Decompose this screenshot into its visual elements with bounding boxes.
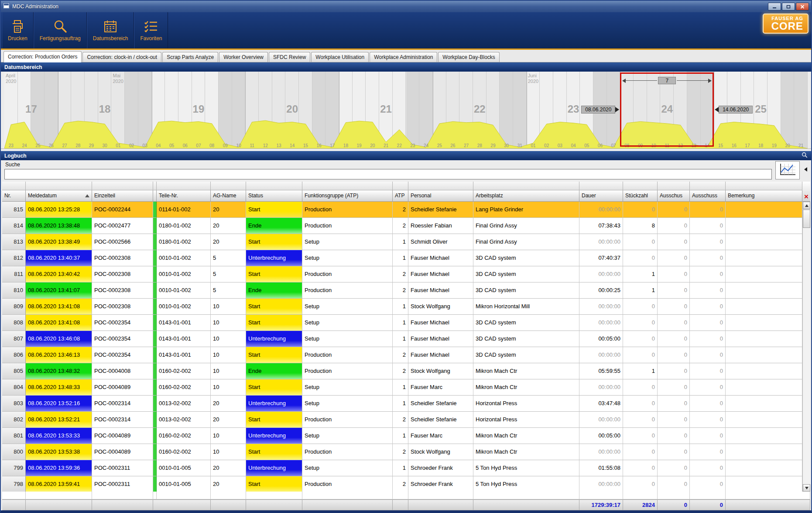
tab-correction-production-orders[interactable]: Correction: Production Orders bbox=[3, 51, 82, 62]
minimize-button[interactable] bbox=[768, 3, 781, 10]
cell-teile-nr: 0160-02-002 bbox=[157, 428, 211, 444]
table-row[interactable]: 81508.06.2020 13:25:28POC-00022440114-01… bbox=[2, 202, 802, 218]
cell-nr: 806 bbox=[2, 347, 26, 363]
cell-funktionsgruppe: Production bbox=[302, 347, 393, 363]
cell-atp: 1 bbox=[393, 379, 408, 396]
table-row[interactable]: 81208.06.2020 13:40:37POC-00023080010-01… bbox=[2, 250, 802, 266]
empty-cell bbox=[579, 492, 623, 499]
day-number: 06 bbox=[178, 143, 192, 148]
tab-sfdc-review[interactable]: SFDC Review bbox=[269, 52, 310, 62]
cell-stueckzahl: 0 bbox=[623, 331, 658, 347]
day-number: 03 bbox=[138, 143, 152, 148]
table-row[interactable]: 79908.06.2020 13:59:36POC-00023110010-01… bbox=[2, 460, 802, 476]
table-row[interactable]: 80408.06.2020 13:48:33POC-00040890160-02… bbox=[2, 379, 802, 396]
cell-dauer: 00:00:00 bbox=[579, 347, 623, 363]
cell-nr: 812 bbox=[2, 250, 26, 266]
cell-stueckzahl: 0 bbox=[623, 460, 658, 476]
date-range-timeline[interactable]: 171819202122232425April2020Mai2020Juni20… bbox=[1, 72, 811, 149]
tab-workplace-administration[interactable]: Workplace Administration bbox=[370, 52, 437, 62]
table-row[interactable]: 81008.06.2020 13:41:07POC-00023080010-01… bbox=[2, 282, 802, 299]
cell-ausschus: 0 bbox=[658, 234, 690, 250]
group-header-cell bbox=[623, 182, 658, 190]
cell-atp: 1 bbox=[393, 234, 408, 250]
close-button[interactable] bbox=[796, 3, 809, 10]
drucken-button[interactable]: Drucken bbox=[2, 12, 34, 48]
column-header-teile-nr[interactable]: Teile-Nr. bbox=[157, 190, 211, 202]
cell-einzelteil: POC-0002314 bbox=[92, 396, 153, 412]
tab-workplace-day-blocks[interactable]: Workplace Day-Blocks bbox=[438, 52, 499, 62]
cell-ausschus: 0 bbox=[658, 250, 690, 266]
table-row[interactable]: 79808.06.2020 13:59:41POC-00023110010-01… bbox=[2, 476, 802, 492]
column-header-ausschuss[interactable]: Ausschuss bbox=[690, 190, 726, 202]
selection-end-label[interactable]: 14.06.2020 bbox=[715, 106, 753, 114]
table-row[interactable]: 80808.06.2020 13:41:08POC-00023540143-01… bbox=[2, 315, 802, 331]
cell-meldedatum: 08.06.2020 13:53:38 bbox=[26, 444, 92, 460]
column-header-funktionsgruppe-atp[interactable]: Funktionsgruppe (ATP) bbox=[302, 190, 393, 202]
table-row[interactable]: 81108.06.2020 13:40:42POC-00023080010-01… bbox=[2, 266, 802, 282]
cell-funktionsgruppe: Setup bbox=[302, 460, 393, 476]
cell-nr: 803 bbox=[2, 396, 26, 412]
footer-cell bbox=[302, 499, 393, 510]
column-header-st-ckzahl[interactable]: Stückzahl bbox=[623, 190, 658, 202]
table-row[interactable]: 80608.06.2020 13:46:13POC-00023540143-01… bbox=[2, 347, 802, 363]
table-row[interactable]: 81308.06.2020 13:38:49POC-00025660180-01… bbox=[2, 234, 802, 250]
selection-start-label[interactable]: 08.06.2020 bbox=[581, 106, 619, 114]
cell-funktionsgruppe: Production bbox=[302, 444, 393, 460]
chart-view-button[interactable] bbox=[775, 161, 800, 179]
maximize-button[interactable] bbox=[782, 3, 795, 10]
column-header-bemerkung[interactable]: Bemerkung bbox=[726, 190, 802, 202]
cell-status: Start bbox=[246, 412, 302, 428]
collapse-panel-icon[interactable] bbox=[803, 166, 808, 179]
column-header-atp[interactable]: ATP bbox=[393, 190, 408, 202]
cell-ausschus: 0 bbox=[658, 299, 690, 315]
scrollbar-thumb[interactable] bbox=[803, 210, 810, 228]
table-row[interactable]: 80108.06.2020 13:53:33POC-00040890160-02… bbox=[2, 428, 802, 444]
magnifier-icon[interactable] bbox=[802, 152, 808, 159]
column-header-ag-name[interactable]: AG-Name bbox=[211, 190, 246, 202]
favoriten-button[interactable]: Favoriten bbox=[134, 12, 168, 48]
search-input[interactable] bbox=[4, 169, 772, 179]
column-header-einzelteil[interactable]: Einzelteil bbox=[92, 190, 153, 202]
column-header-personal[interactable]: Personal bbox=[408, 190, 473, 202]
day-number: 24 bbox=[419, 143, 433, 148]
column-header-arbeitsplatz[interactable]: Arbeitsplatz bbox=[473, 190, 579, 202]
table-row[interactable]: 80508.06.2020 13:48:32POC-00040080160-02… bbox=[2, 363, 802, 379]
scroll-up-button[interactable] bbox=[803, 202, 810, 209]
cell-nr: 798 bbox=[2, 476, 26, 492]
table-row[interactable]: 80208.06.2020 13:52:21POC-00023140013-02… bbox=[2, 412, 802, 428]
minimize-icon bbox=[772, 3, 777, 10]
cell-bemerkung bbox=[726, 250, 802, 266]
table-row[interactable]: 80908.06.2020 13:41:08POC-00023080010-01… bbox=[2, 299, 802, 315]
table-row[interactable]: 80708.06.2020 13:46:08POC-00023540143-01… bbox=[2, 331, 802, 347]
cell-einzelteil: POC-0002477 bbox=[92, 218, 153, 234]
toolbar-button-label: Favoriten bbox=[140, 35, 162, 41]
datumsbereich-button[interactable]: Datumsbereich bbox=[87, 12, 134, 48]
day-number: 25 bbox=[433, 143, 446, 148]
group-header-cell bbox=[26, 182, 92, 190]
date-range-selection[interactable]: 7 bbox=[620, 72, 714, 147]
cell-bemerkung bbox=[726, 412, 802, 428]
tab-workplace-utilisation[interactable]: Workplace Utilisation bbox=[311, 52, 369, 62]
scrollbar-track[interactable] bbox=[803, 228, 810, 484]
scroll-down-button[interactable] bbox=[803, 484, 810, 492]
table-row[interactable]: 80308.06.2020 13:52:16POC-00023140013-02… bbox=[2, 396, 802, 412]
tab-correction-clock-in-clock-out[interactable]: Correction: clock-in / clock-out bbox=[82, 52, 161, 62]
group-header-cell bbox=[211, 182, 246, 190]
tab-worker-overview[interactable]: Worker Overview bbox=[219, 52, 268, 62]
table-row[interactable]: 80008.06.2020 13:53:38POC-00040890160-02… bbox=[2, 444, 802, 460]
cell-atp: 2 bbox=[393, 202, 408, 218]
footer-cell bbox=[157, 499, 211, 510]
day-number: 26 bbox=[45, 143, 58, 148]
column-header-status[interactable]: Status bbox=[246, 190, 302, 202]
tab-scrap-parts-analyze[interactable]: Scrap Parts Analyze bbox=[162, 52, 218, 62]
column-header-meldedatum[interactable]: Meldedatum bbox=[26, 190, 92, 202]
column-header-dauer[interactable]: Dauer bbox=[579, 190, 623, 202]
vertical-scrollbar[interactable] bbox=[802, 202, 810, 492]
clear-filter-icon[interactable]: ✕ bbox=[804, 194, 809, 200]
column-header-ausschus[interactable]: Ausschus bbox=[658, 190, 690, 202]
cell-einzelteil: POC-0002354 bbox=[92, 315, 153, 331]
table-row[interactable]: 81408.06.2020 13:38:48POC-00024770180-01… bbox=[2, 218, 802, 234]
fertigungsauftrag-button[interactable]: Fertigungsauftrag bbox=[34, 12, 87, 48]
column-header-nr[interactable]: Nr. bbox=[2, 190, 26, 202]
cell-einzelteil: POC-0002308 bbox=[92, 250, 153, 266]
